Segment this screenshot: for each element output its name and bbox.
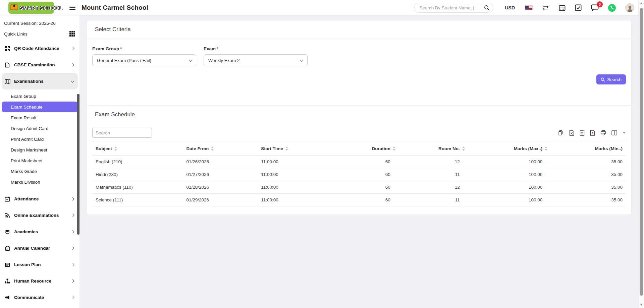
criteria-form: Exam Group* General Exam (Pass / Fail) E… <box>87 39 631 66</box>
hamburger-menu-icon[interactable] <box>69 6 75 10</box>
scroll-down-arrow-icon[interactable] <box>640 304 643 306</box>
sitemap-icon <box>4 279 10 284</box>
pdf-export-icon[interactable] <box>590 130 595 136</box>
sidebar-item-attendance[interactable]: Attendance <box>2 191 78 207</box>
cell-start-time: 11:00:00 <box>258 156 332 168</box>
cell-duration: 60 <box>332 194 394 206</box>
sidebar-subitem-exam-result[interactable]: Exam Result <box>2 112 78 123</box>
exam-schedule-title: Exam Schedule <box>87 106 631 124</box>
print-icon[interactable] <box>600 130 606 135</box>
sidebar-item-communicate[interactable]: Communicate <box>2 289 78 306</box>
window-scrollbar[interactable] <box>638 0 644 308</box>
cell-marks-max: 100.00 <box>463 168 546 181</box>
chevron-down-icon <box>71 79 74 82</box>
chevron-right-icon <box>71 263 74 266</box>
chevron-right-icon <box>71 47 74 50</box>
cell-date-from: 01/29/2026 <box>183 194 258 206</box>
currency-selector[interactable]: USD <box>505 5 515 10</box>
sort-icon <box>285 146 288 151</box>
cell-subject: Hindi (230) <box>92 168 183 181</box>
sort-icon <box>211 146 214 151</box>
sidebar-subitem-exam-group[interactable]: Exam Group <box>2 91 78 102</box>
table-header-row: Subject Date From Start Time Duration Ro… <box>92 142 626 156</box>
column-header-marks-max[interactable]: Marks (Max..) <box>463 142 546 156</box>
sidebar-item-label: Attendance <box>14 196 68 201</box>
sidebar-item-academics[interactable]: Academics <box>2 224 78 240</box>
quick-links-grid-icon[interactable] <box>69 31 75 37</box>
column-visibility-icon[interactable] <box>611 130 617 135</box>
user-avatar[interactable] <box>625 3 634 12</box>
cell-marks-min: 35.00 <box>546 181 626 194</box>
cell-date-from: 01/28/2026 <box>183 181 258 194</box>
chevron-down-icon <box>300 58 304 62</box>
exam-group-field: Exam Group* General Exam (Pass / Fail) <box>92 46 196 66</box>
student-search-input[interactable] <box>419 5 484 10</box>
column-header-room-no[interactable]: Room No. <box>394 142 463 156</box>
scroll-up-arrow-icon[interactable] <box>640 2 643 4</box>
cell-subject: Mathematics (110) <box>92 181 183 194</box>
sidebar-subitem-design-marksheet[interactable]: Design Marksheet <box>2 144 78 155</box>
tasks-icon[interactable] <box>575 4 582 11</box>
search-icon[interactable] <box>484 5 490 11</box>
sidebar-subitem-marks-division[interactable]: Marks Division <box>2 177 78 187</box>
sidebar-scrollbar-thumb[interactable] <box>77 94 79 235</box>
exam-group-select[interactable]: General Exam (Pass / Fail) <box>92 54 196 66</box>
sidebar-subitem-marks-grade[interactable]: Marks Grade <box>2 166 78 177</box>
required-asterisk: * <box>217 46 218 51</box>
sidebar-item-lesson-plan[interactable]: Lesson Plan <box>2 256 78 273</box>
sidebar-subitem-design-admit-card[interactable]: Design Admit Card <box>2 123 78 134</box>
cell-marks-max: 100.00 <box>463 181 546 194</box>
exam-schedule-section: Exam Schedule <box>87 105 631 214</box>
messages-icon[interactable]: 0 <box>591 4 599 11</box>
copy-icon[interactable] <box>558 130 564 136</box>
sidebar-item-human-resource[interactable]: Human Resource <box>2 273 78 289</box>
cell-marks-max: 100.00 <box>463 194 546 206</box>
cell-duration: 60 <box>332 181 394 194</box>
rss-icon <box>4 213 10 218</box>
calendar-icon[interactable] <box>559 4 566 11</box>
sidebar-subitem-print-admit-card[interactable]: Print Admit Card <box>2 134 78 144</box>
exam-select[interactable]: Weekly Exam 2 <box>204 54 308 66</box>
sort-icon <box>114 146 117 151</box>
table-search-input[interactable] <box>92 128 152 138</box>
chevron-right-icon <box>71 197 74 201</box>
more-options-caret-icon[interactable] <box>623 132 626 134</box>
search-button[interactable]: Search <box>596 74 626 84</box>
cell-subject: English (210) <box>92 156 183 168</box>
chevron-right-icon <box>71 214 74 217</box>
table-row: English (210) 01/26/2026 11:00:00 60 12 … <box>92 156 626 168</box>
exam-label: Exam* <box>204 46 218 51</box>
column-header-date-from[interactable]: Date From <box>183 142 258 156</box>
language-flag-icon[interactable] <box>525 5 533 10</box>
excel-export-icon[interactable] <box>569 130 574 136</box>
transfer-arrows-icon[interactable] <box>542 5 549 10</box>
sidebar-item-online-examinations[interactable]: Online Examinations <box>2 207 78 224</box>
sidebar-subitem-print-marksheet[interactable]: Print Marksheet <box>2 155 78 166</box>
table-row: Science (111) 01/29/2026 11:00:00 60 11 … <box>92 194 626 206</box>
cell-duration: 60 <box>332 168 394 181</box>
sidebar-subitem-exam-schedule[interactable]: Exam Schedule <box>2 102 78 112</box>
column-header-subject[interactable]: Subject <box>92 142 183 156</box>
sidebar-item-label: QR Code Attendance <box>14 46 68 51</box>
sidebar-item-cbse-examination[interactable]: CBSE Examination <box>2 57 78 73</box>
sidebar-item-annual-calendar[interactable]: Annual Calendar <box>2 240 78 256</box>
app-logo[interactable]: SMART SCHOOL <box>8 2 54 14</box>
sidebar-item-label: CBSE Examination <box>14 62 68 67</box>
sidebar-item-label: Online Examinations <box>14 213 68 218</box>
column-header-duration[interactable]: Duration <box>332 142 394 156</box>
sidebar-item-examinations[interactable]: Examinations <box>2 73 78 89</box>
cell-room-no: 11 <box>394 194 463 206</box>
column-header-marks-min[interactable]: Marks (Min..) <box>546 142 626 156</box>
csv-export-icon[interactable] <box>580 130 585 136</box>
sidebar-item-label: Lesson Plan <box>14 262 68 267</box>
exam-group-selected-value: General Exam (Pass / Fail) <box>97 58 151 63</box>
column-header-start-time[interactable]: Start Time <box>258 142 332 156</box>
cell-room-no: 12 <box>394 181 463 194</box>
whatsapp-icon[interactable] <box>608 4 616 12</box>
quick-links-row: Quick Links <box>0 28 79 40</box>
chevron-right-icon <box>71 280 74 283</box>
window-scrollbar-thumb[interactable] <box>640 8 643 296</box>
required-asterisk: * <box>120 46 122 51</box>
sidebar-item-qr-code-attendance[interactable]: QR Code Attendance <box>2 40 78 57</box>
cell-marks-max: 100.00 <box>463 156 546 168</box>
